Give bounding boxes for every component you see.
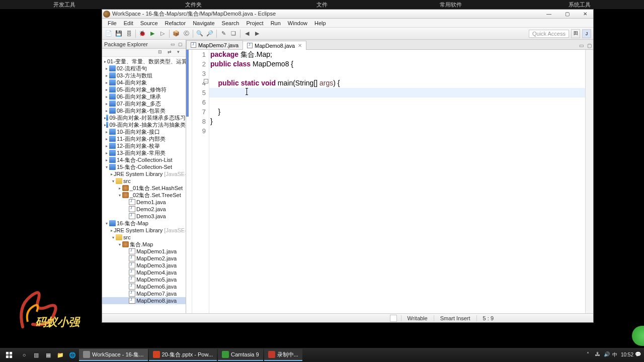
- status-icon[interactable]: [390, 315, 397, 322]
- toggle-mark-icon[interactable]: ✎: [219, 29, 228, 38]
- tree-node[interactable]: ▸03-方法与数组: [102, 72, 186, 79]
- tree-node[interactable]: MapDemo3.java: [102, 262, 186, 269]
- system-tray[interactable]: ˄ 🖧 🔊 中 10:52 💬: [587, 351, 644, 358]
- save-all-icon[interactable]: 🗄: [124, 29, 133, 38]
- tree-node[interactable]: ▸09-面向对象-封装继承多态练习: [102, 114, 186, 121]
- tree-node[interactable]: ▾16-集合-Map: [102, 220, 186, 227]
- top-strip-item[interactable]: 开发工具: [0, 0, 129, 9]
- tree-node[interactable]: ▸12-面向对象-枚举: [102, 142, 186, 149]
- new-icon[interactable]: 📄: [104, 29, 113, 38]
- maximize-view-icon[interactable]: ▢: [177, 41, 184, 48]
- browser-icon[interactable]: 🌐: [66, 349, 78, 361]
- tree-node[interactable]: ▸JRE System Library[JavaSE-1.8]: [102, 227, 186, 234]
- taskbar-app-recording[interactable]: 录制中...: [264, 349, 302, 361]
- expand-icon[interactable]: ▸: [104, 80, 109, 85]
- expand-icon[interactable]: [124, 249, 129, 254]
- forward-icon[interactable]: ▶: [253, 29, 262, 38]
- tray-volume-icon[interactable]: 🔊: [604, 351, 611, 358]
- expand-icon[interactable]: [124, 263, 129, 268]
- tray-up-icon[interactable]: ˄: [587, 351, 594, 358]
- titlebar[interactable]: WorkSpace - 16-集合-Map/src/集合/Map/MapDemo…: [102, 10, 593, 19]
- expand-icon[interactable]: [124, 200, 129, 205]
- expand-icon[interactable]: ▾: [117, 242, 122, 247]
- top-strip-item[interactable]: 文件夹: [129, 0, 258, 9]
- link-editor-icon[interactable]: ⇄: [168, 49, 174, 56]
- quick-access[interactable]: Quick Access: [529, 30, 569, 38]
- maximize-editor-icon[interactable]: ▢: [585, 41, 593, 49]
- tree-node[interactable]: ▾集合.Map: [102, 241, 186, 248]
- tree-node[interactable]: ▸11-面向对象-内部类: [102, 135, 186, 142]
- file-explorer-icon[interactable]: 📁: [54, 349, 66, 361]
- expand-icon[interactable]: ▸: [104, 129, 109, 134]
- tree-node[interactable]: ▸07-面向对象_多态: [102, 100, 186, 107]
- expand-icon[interactable]: ▸: [111, 171, 113, 176]
- expand-icon[interactable]: ▾: [111, 235, 116, 240]
- menu-run[interactable]: Run: [267, 20, 284, 26]
- menu-refactor[interactable]: Refactor: [162, 20, 190, 26]
- tray-notifications-icon[interactable]: 💬: [635, 351, 642, 358]
- close-tab-icon[interactable]: ✕: [298, 43, 302, 48]
- search-icon[interactable]: 🔎: [205, 29, 214, 38]
- task-view-icon[interactable]: ▥: [30, 349, 42, 361]
- start-button[interactable]: [0, 348, 18, 362]
- tree-node[interactable]: ▸01-变量、常量、数据类型、运算符: [102, 58, 186, 65]
- debug-icon[interactable]: 🐞: [138, 29, 147, 38]
- expand-icon[interactable]: ▸: [104, 73, 109, 78]
- back-icon[interactable]: ◀: [243, 29, 252, 38]
- new-package-icon[interactable]: 📦: [172, 29, 181, 38]
- menu-project[interactable]: Project: [243, 20, 267, 26]
- tree-node[interactable]: ▸13-面向对象-常用类: [102, 149, 186, 156]
- expand-icon[interactable]: ▸: [111, 228, 113, 233]
- menu-edit[interactable]: Edit: [120, 20, 137, 26]
- expand-icon[interactable]: ▾: [104, 164, 109, 169]
- tray-clock[interactable]: 10:52: [621, 352, 633, 357]
- expand-icon[interactable]: [124, 277, 129, 282]
- expand-icon[interactable]: [124, 298, 129, 303]
- top-strip-item[interactable]: 常用软件: [386, 0, 515, 9]
- tree-node[interactable]: ▸06-面向对象_继承: [102, 93, 186, 100]
- save-icon[interactable]: 💾: [114, 29, 123, 38]
- expand-icon[interactable]: ▸: [104, 136, 109, 141]
- expand-icon[interactable]: [124, 284, 129, 289]
- expand-icon[interactable]: ▾: [104, 221, 109, 226]
- tree-node[interactable]: ▸08-面向对象-包装类: [102, 107, 186, 114]
- run-icon[interactable]: ▶: [148, 29, 157, 38]
- tree-node[interactable]: ▸_01集合.Set.HashSet: [102, 185, 186, 192]
- code-area[interactable]: package 集合.Map; public class MapDemo8 { …: [209, 50, 585, 313]
- tree-node[interactable]: Demo1.java: [102, 199, 186, 206]
- expand-icon[interactable]: [124, 207, 129, 212]
- top-strip-item[interactable]: 系统工具: [515, 0, 644, 9]
- maximize-button[interactable]: ▢: [560, 11, 574, 18]
- tree-node[interactable]: MapDemo2.java: [102, 255, 186, 262]
- tree-node[interactable]: Demo2.java: [102, 206, 186, 213]
- tray-ime-icon[interactable]: 中: [612, 351, 619, 358]
- cortana-icon[interactable]: ○: [18, 349, 30, 361]
- expand-icon[interactable]: [124, 291, 129, 296]
- collapse-all-icon[interactable]: ⊟: [158, 49, 165, 56]
- tree-node[interactable]: ▸04-面向对象: [102, 79, 186, 86]
- tray-network-icon[interactable]: 🖧: [595, 351, 602, 358]
- minimize-view-icon[interactable]: ▭: [169, 41, 176, 48]
- tree-node[interactable]: ▸JRE System Library[JavaSE-1.8]: [102, 170, 186, 177]
- expand-icon[interactable]: ▾: [111, 178, 116, 184]
- expand-icon[interactable]: ▸: [104, 59, 106, 64]
- expand-icon[interactable]: ▸: [104, 87, 109, 92]
- tree-node[interactable]: MapDemo4.java: [102, 269, 186, 276]
- taskbar-app-camtasia[interactable]: Camtasia 9: [218, 349, 263, 361]
- taskbar-app-powerpoint[interactable]: 20-集合.pptx - Pow...: [149, 349, 217, 361]
- taskbar-app-eclipse[interactable]: WorkSpace - 16-集...: [79, 349, 148, 361]
- open-type-icon[interactable]: 🔍: [195, 29, 204, 38]
- menu-help[interactable]: Help: [311, 20, 330, 26]
- run-last-icon[interactable]: ▷: [158, 29, 167, 38]
- tree-node[interactable]: Demo3.java: [102, 213, 186, 220]
- menu-navigate[interactable]: Navigate: [189, 20, 218, 26]
- view-menu-icon[interactable]: ▾: [177, 49, 184, 56]
- expand-icon[interactable]: ▸: [104, 150, 109, 155]
- annotation-icon[interactable]: ❏: [229, 29, 238, 38]
- minimize-editor-icon[interactable]: ▭: [577, 41, 585, 49]
- expand-icon[interactable]: ▾: [117, 193, 122, 198]
- expand-icon[interactable]: ▸: [104, 66, 109, 71]
- editor-scrollbar[interactable]: [585, 50, 593, 313]
- tree-node[interactable]: ▾_02集合.Set.TreeSet: [102, 192, 186, 199]
- menu-source[interactable]: Source: [137, 20, 162, 26]
